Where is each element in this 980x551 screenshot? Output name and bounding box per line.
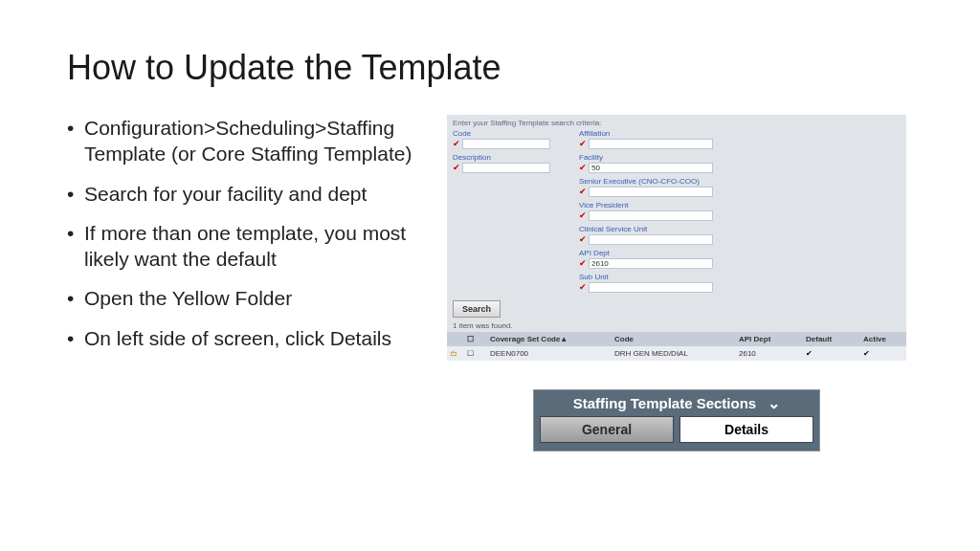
check-icon: ✔ bbox=[579, 140, 587, 148]
sub-unit-input[interactable] bbox=[589, 282, 713, 293]
field-label-api-dept: API Dept bbox=[579, 249, 713, 257]
search-button[interactable]: Search bbox=[453, 300, 501, 318]
tab-details[interactable]: Details bbox=[679, 416, 813, 443]
facility-input[interactable]: 50 bbox=[589, 163, 713, 173]
code-input[interactable] bbox=[462, 139, 550, 149]
field-label-code: Code bbox=[453, 129, 550, 138]
check-icon: ✔ bbox=[579, 235, 587, 244]
search-criteria-label: Enter your Staffing Template search crit… bbox=[447, 115, 906, 129]
col-default[interactable]: Default bbox=[803, 334, 860, 344]
cell-default: ✔ bbox=[803, 348, 860, 359]
cell-code: DRH GEN MED/DIAL bbox=[612, 348, 736, 359]
csu-input[interactable] bbox=[589, 234, 713, 245]
field-label-vp: Vice President bbox=[579, 201, 713, 209]
field-label-affiliation: Affiliation bbox=[579, 129, 713, 138]
check-icon: ✔ bbox=[453, 140, 460, 148]
col-active[interactable]: Active bbox=[860, 334, 906, 344]
chevron-down-icon[interactable]: ⌄ bbox=[768, 394, 780, 412]
vp-input[interactable] bbox=[589, 210, 713, 221]
folder-icon[interactable]: 🗀 bbox=[447, 348, 464, 359]
check-icon: ✔ bbox=[579, 283, 587, 292]
check-icon: ✔ bbox=[453, 164, 460, 172]
check-icon: ✔ bbox=[579, 187, 587, 196]
row-checkbox[interactable]: ☐ bbox=[464, 348, 487, 359]
slide-title: How to Update the Template bbox=[67, 48, 913, 88]
results-header: ☐ Coverage Set Code▲ Code API Dept Defau… bbox=[447, 332, 906, 346]
senior-exec-input[interactable] bbox=[589, 187, 713, 197]
field-label-facility: Facility bbox=[579, 153, 713, 162]
col-code[interactable]: Code bbox=[612, 334, 736, 344]
col-api-dept[interactable]: API Dept bbox=[736, 334, 803, 344]
api-dept-input[interactable]: 2610 bbox=[589, 258, 713, 269]
bullet-item: Configuration>Scheduling>Staffing Templa… bbox=[67, 115, 421, 167]
checkbox-header[interactable]: ☐ bbox=[464, 334, 487, 344]
field-label-sub-unit: Sub Unit bbox=[579, 273, 713, 281]
description-input[interactable] bbox=[462, 163, 550, 173]
search-panel-screenshot: Enter your Staffing Template search crit… bbox=[447, 115, 906, 361]
cell-coverage: DEEN0700 bbox=[487, 348, 612, 359]
affiliation-input[interactable] bbox=[589, 139, 713, 149]
bullet-item: On left side of screen, click Details bbox=[67, 325, 421, 351]
tab-general[interactable]: General bbox=[540, 416, 674, 443]
col-coverage[interactable]: Coverage Set Code▲ bbox=[487, 334, 612, 344]
sections-title: Staffing Template Sections bbox=[573, 395, 756, 411]
field-label-csu: Clinical Service Unit bbox=[579, 225, 713, 233]
check-icon: ✔ bbox=[579, 164, 587, 172]
cell-active: ✔ bbox=[860, 348, 906, 359]
check-icon: ✔ bbox=[579, 211, 587, 220]
results-count: 1 item was found. bbox=[447, 321, 906, 332]
bullet-item: Open the Yellow Folder bbox=[67, 285, 421, 311]
cell-dept: 2610 bbox=[736, 348, 803, 359]
check-icon: ✔ bbox=[579, 259, 587, 268]
bullet-item: If more than one template, you most like… bbox=[67, 220, 421, 273]
field-label-description: Description bbox=[453, 153, 550, 162]
bullet-item: Search for your facility and dept bbox=[67, 181, 421, 207]
sections-panel-screenshot: Staffing Template Sections ⌄ General Det… bbox=[533, 389, 820, 452]
table-row[interactable]: 🗀 ☐ DEEN0700 DRH GEN MED/DIAL 2610 ✔ ✔ bbox=[447, 346, 906, 361]
field-label-senior-exec: Senior Executive (CNO-CFO-COO) bbox=[579, 177, 713, 186]
bullet-list: Configuration>Scheduling>Staffing Templa… bbox=[67, 115, 421, 452]
